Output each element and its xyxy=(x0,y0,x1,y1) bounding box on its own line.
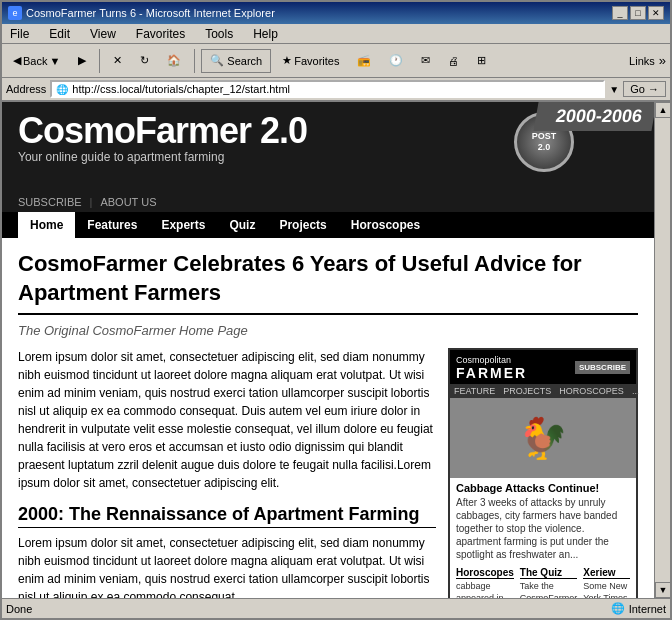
links-label: Links xyxy=(629,55,655,67)
zone-label: Internet xyxy=(629,603,666,615)
scroll-down-button[interactable]: ▼ xyxy=(655,582,670,598)
search-button[interactable]: 🔍 Search xyxy=(201,49,271,73)
nav-experts[interactable]: Experts xyxy=(149,212,217,238)
back-dropdown-icon: ▼ xyxy=(49,55,60,67)
section-2-title: 2000: The Rennaissance of Apartment Farm… xyxy=(18,504,436,528)
browser-icon: e xyxy=(8,6,22,20)
scroll-up-button[interactable]: ▲ xyxy=(655,102,670,118)
widget-nav-horoscopes[interactable]: HOROSCOPES xyxy=(559,386,624,396)
main-content: CosmoFarmer Celebrates 6 Years of Useful… xyxy=(2,238,654,598)
address-input[interactable]: 🌐 http://css.local/tutorials/chapter_12/… xyxy=(50,80,605,98)
print-button[interactable]: 🖨 xyxy=(441,47,466,75)
widget-col3-text: Some New York Times product, Arugula, Fr… xyxy=(583,581,630,598)
fullscreen-button[interactable]: ⊞ xyxy=(470,47,493,75)
refresh-icon: ↻ xyxy=(140,54,149,67)
widget-nav-more[interactable]: ... xyxy=(632,386,640,396)
menu-bar: File Edit View Favorites Tools Help xyxy=(2,24,670,44)
nav-features[interactable]: Features xyxy=(75,212,149,238)
widget-col-quiz: The Quiz Take the CosmoFarmer IQ test to… xyxy=(520,567,578,598)
subnav-separator: | xyxy=(90,196,93,208)
globe-icon: 🌐 xyxy=(611,602,625,615)
badge-label: POST2.0 xyxy=(532,131,557,153)
address-dropdown-icon[interactable]: ▼ xyxy=(609,84,619,95)
back-button[interactable]: ◀ Back ▼ xyxy=(6,47,67,75)
toolbar-sep2 xyxy=(194,49,195,73)
widget-nav-feature[interactable]: FEATURE xyxy=(454,386,495,396)
mail-button[interactable]: ✉ xyxy=(414,47,437,75)
status-text: Done xyxy=(6,603,603,615)
go-label: Go xyxy=(630,83,645,95)
back-label: Back xyxy=(23,55,47,67)
content-main: Lorem ipsum dolor sit amet, consectetuer… xyxy=(18,348,436,598)
scroll-track[interactable] xyxy=(655,118,670,582)
favorites-button[interactable]: ★ Favorites xyxy=(275,47,346,75)
widget-nav: FEATURE PROJECTS HOROSCOPES ... xyxy=(450,384,636,398)
menu-view[interactable]: View xyxy=(86,26,120,42)
stop-button[interactable]: ✕ xyxy=(106,47,129,75)
browser-title: CosmoFarmer Turns 6 - Microsoft Internet… xyxy=(26,7,275,19)
body-paragraph-2: Lorem ipsum dolor sit amet, consectetuer… xyxy=(18,534,436,598)
widget-col2-title: The Quiz xyxy=(520,567,578,579)
widget-title-cosmo: Cosmopolitan xyxy=(456,355,511,365)
window-controls: _ □ ✕ xyxy=(612,6,664,20)
page-content: CosmoFarmer 2.0 Your online guide to apa… xyxy=(2,102,654,598)
star-icon: ★ xyxy=(282,54,292,67)
page-icon: 🌐 xyxy=(56,84,68,95)
menu-edit[interactable]: Edit xyxy=(45,26,74,42)
scrollbar-right[interactable]: ▲ ▼ xyxy=(654,102,670,598)
nav-horoscopes[interactable]: Horoscopes xyxy=(339,212,432,238)
nav-projects[interactable]: Projects xyxy=(267,212,338,238)
mail-icon: ✉ xyxy=(421,54,430,67)
subnav-about[interactable]: ABOUT US xyxy=(100,196,156,208)
widget-nav-projects[interactable]: PROJECTS xyxy=(503,386,551,396)
widget-col-horoscopes: Horoscopes cabbage appeared in your wind… xyxy=(456,567,514,598)
page-subtitle: The Original CosmoFarmer Home Page xyxy=(18,323,638,338)
home-button[interactable]: 🏠 xyxy=(160,47,188,75)
stop-icon: ✕ xyxy=(113,54,122,67)
widget-article-text: After 3 weeks of attacks by unruly cabba… xyxy=(456,496,630,561)
maximize-button[interactable]: □ xyxy=(630,6,646,20)
go-arrow-icon: → xyxy=(648,83,659,95)
media-icon: 📻 xyxy=(357,54,371,67)
toolbar-expander-icon: » xyxy=(659,53,666,68)
menu-help[interactable]: Help xyxy=(249,26,282,42)
search-label: Search xyxy=(227,55,262,67)
widget-cols: Horoscopes cabbage appeared in your wind… xyxy=(456,567,630,598)
years-text: 2000-2006 xyxy=(554,106,644,126)
body-paragraph-1: Lorem ipsum dolor sit amet, consectetuer… xyxy=(18,348,436,492)
menu-favorites[interactable]: Favorites xyxy=(132,26,189,42)
go-button[interactable]: Go → xyxy=(623,81,666,97)
home-icon: 🏠 xyxy=(167,54,181,67)
address-url: http://css.local/tutorials/chapter_12/st… xyxy=(72,83,290,95)
widget-image: 🐓 xyxy=(450,398,636,478)
sub-nav: SUBSCRIBE | ABOUT US xyxy=(2,192,654,212)
favorites-label: Favorites xyxy=(294,55,339,67)
widget-col2-text: Take the CosmoFarmer IQ test to see wher… xyxy=(520,581,578,598)
menu-file[interactable]: File xyxy=(6,26,33,42)
close-button[interactable]: ✕ xyxy=(648,6,664,20)
fullscreen-icon: ⊞ xyxy=(477,54,486,67)
forward-button[interactable]: ▶ xyxy=(71,47,93,75)
widget-header: Cosmopolitan FARMER SUBSCRIBE xyxy=(450,350,636,384)
toolbar: ◀ Back ▼ ▶ ✕ ↻ 🏠 🔍 Search ★ Favorites 📻 … xyxy=(2,44,670,78)
minimize-button[interactable]: _ xyxy=(612,6,628,20)
history-icon: 🕐 xyxy=(389,54,403,67)
main-nav: Home Features Experts Quiz Projects Horo… xyxy=(2,212,654,238)
nav-quiz[interactable]: Quiz xyxy=(217,212,267,238)
subnav-subscribe[interactable]: SUBSCRIBE xyxy=(18,196,82,208)
title-bar-left: e CosmoFarmer Turns 6 - Microsoft Intern… xyxy=(8,6,275,20)
menu-tools[interactable]: Tools xyxy=(201,26,237,42)
title-bar: e CosmoFarmer Turns 6 - Microsoft Intern… xyxy=(2,2,670,24)
page-title: CosmoFarmer Celebrates 6 Years of Useful… xyxy=(18,250,638,315)
widget-header-text: Cosmopolitan FARMER xyxy=(456,353,527,381)
forward-icon: ▶ xyxy=(78,54,86,67)
toolbar-sep1 xyxy=(99,49,100,73)
refresh-button[interactable]: ↻ xyxy=(133,47,156,75)
browser-window: e CosmoFarmer Turns 6 - Microsoft Intern… xyxy=(0,0,672,620)
nav-home[interactable]: Home xyxy=(18,212,75,238)
widget-body: Cabbage Attacks Continue! After 3 weeks … xyxy=(450,478,636,598)
years-banner: 2000-2006 xyxy=(533,102,654,131)
history-button[interactable]: 🕐 xyxy=(382,47,410,75)
widget-subscribe-btn[interactable]: SUBSCRIBE xyxy=(575,361,630,374)
media-button[interactable]: 📻 xyxy=(350,47,378,75)
